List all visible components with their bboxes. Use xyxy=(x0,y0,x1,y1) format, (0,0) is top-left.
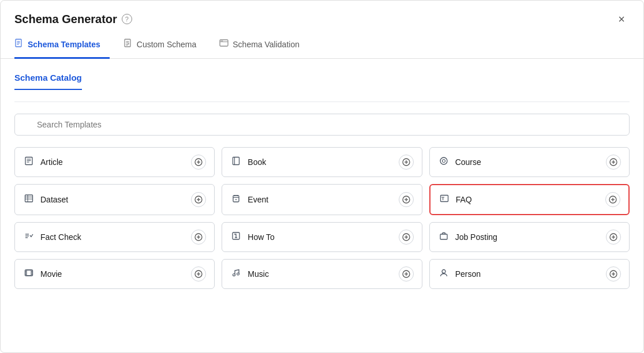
schema-generator-dialog: Schema Generator ? × Schema Templates xyxy=(0,0,644,353)
help-icon[interactable]: ? xyxy=(122,14,132,24)
schema-validation-icon xyxy=(219,39,229,50)
card-course-label: Course xyxy=(455,157,481,167)
card-faq: i FAQ xyxy=(429,184,630,215)
card-dataset-left: Dataset xyxy=(23,194,68,205)
schema-cards-grid: Article xyxy=(14,147,630,289)
card-faq-left: i FAQ xyxy=(439,194,472,205)
content-area: Schema Catalog xyxy=(1,59,643,352)
section-header: Schema Catalog xyxy=(14,73,630,102)
card-person: Person xyxy=(429,259,630,289)
add-dataset-button[interactable] xyxy=(191,192,206,207)
card-movie-left: Movie xyxy=(23,268,62,280)
add-person-button[interactable] xyxy=(606,266,621,281)
add-article-button[interactable] xyxy=(191,155,206,170)
svg-point-26 xyxy=(442,160,445,163)
add-fact-check-button[interactable] xyxy=(191,230,206,245)
card-event-left: Event xyxy=(230,194,268,205)
svg-point-25 xyxy=(440,157,447,164)
svg-rect-61 xyxy=(440,234,447,239)
card-job-posting-label: Job Posting xyxy=(455,232,497,242)
tab-schema-templates-label: Schema Templates xyxy=(28,40,100,49)
article-icon xyxy=(23,156,35,168)
svg-point-9 xyxy=(221,40,222,42)
search-wrapper xyxy=(14,114,630,136)
card-person-left: Person xyxy=(438,268,481,280)
svg-rect-72 xyxy=(27,270,31,276)
event-icon xyxy=(230,194,242,205)
card-dataset: Dataset xyxy=(14,184,215,215)
card-how-to: How To xyxy=(222,222,422,252)
card-article: Article xyxy=(14,147,215,177)
add-movie-button[interactable] xyxy=(191,266,206,281)
card-music-label: Music xyxy=(248,269,269,279)
card-how-to-left: How To xyxy=(230,231,274,243)
course-icon xyxy=(438,156,450,168)
card-fact-check: Fact Check xyxy=(14,222,215,252)
card-person-label: Person xyxy=(455,269,481,279)
movie-icon xyxy=(23,268,35,280)
card-how-to-label: How To xyxy=(248,232,274,242)
person-icon xyxy=(438,268,450,280)
card-event: Event xyxy=(222,184,422,215)
card-book: Book xyxy=(222,147,422,177)
svg-point-81 xyxy=(442,270,445,273)
title-area: Schema Generator ? xyxy=(14,13,132,26)
card-course: Course xyxy=(429,147,630,177)
section-title: Schema Catalog xyxy=(14,73,82,82)
section-divider xyxy=(14,102,630,102)
add-course-button[interactable] xyxy=(606,155,621,170)
card-fact-check-label: Fact Check xyxy=(40,232,81,242)
dialog-title: Schema Generator xyxy=(14,13,117,26)
music-icon xyxy=(230,268,242,280)
svg-point-40 xyxy=(235,199,237,200)
custom-schema-icon xyxy=(123,39,133,50)
svg-rect-44 xyxy=(440,196,448,202)
card-article-label: Article xyxy=(40,157,63,167)
tabs-bar: Schema Templates Custom Schema xyxy=(1,32,643,59)
add-job-posting-button[interactable] xyxy=(606,230,621,245)
tab-custom-schema-label: Custom Schema xyxy=(137,40,196,49)
faq-icon: i xyxy=(439,194,450,205)
svg-point-77 xyxy=(237,273,239,275)
card-music-left: Music xyxy=(230,268,269,280)
tab-custom-schema[interactable]: Custom Schema xyxy=(123,32,205,59)
how-to-icon xyxy=(230,231,242,243)
add-faq-button[interactable] xyxy=(605,192,620,207)
card-faq-label: FAQ xyxy=(456,195,472,204)
book-icon xyxy=(230,156,242,168)
card-book-label: Book xyxy=(248,157,266,167)
job-posting-icon xyxy=(438,231,450,243)
card-movie: Movie xyxy=(14,259,215,289)
fact-check-icon xyxy=(23,231,35,243)
svg-point-76 xyxy=(233,274,235,276)
card-course-left: Course xyxy=(438,156,481,168)
svg-text:i: i xyxy=(442,196,443,201)
card-job-posting: Job Posting xyxy=(429,222,630,252)
close-button[interactable]: × xyxy=(613,11,630,27)
card-article-left: Article xyxy=(23,156,63,168)
card-movie-label: Movie xyxy=(40,269,62,279)
tab-schema-templates[interactable]: Schema Templates xyxy=(14,32,110,59)
card-job-posting-left: Job Posting xyxy=(438,231,497,243)
svg-point-10 xyxy=(222,40,223,42)
svg-rect-20 xyxy=(233,157,239,165)
dataset-icon xyxy=(23,194,35,205)
tab-schema-validation-label: Schema Validation xyxy=(233,40,299,49)
section-title-bar: Schema Catalog xyxy=(14,73,82,90)
tab-schema-validation[interactable]: Schema Validation xyxy=(219,32,309,59)
card-dataset-label: Dataset xyxy=(40,195,68,204)
add-how-to-button[interactable] xyxy=(399,230,414,245)
add-event-button[interactable] xyxy=(399,192,414,207)
card-fact-check-left: Fact Check xyxy=(23,231,81,243)
dialog-header: Schema Generator ? × xyxy=(1,1,643,27)
card-event-label: Event xyxy=(248,195,268,204)
card-music: Music xyxy=(222,259,422,289)
add-book-button[interactable] xyxy=(399,155,414,170)
add-music-button[interactable] xyxy=(399,266,414,281)
search-input[interactable] xyxy=(14,114,630,136)
card-book-left: Book xyxy=(230,156,266,168)
svg-rect-30 xyxy=(25,195,33,202)
schema-templates-icon xyxy=(14,39,24,50)
